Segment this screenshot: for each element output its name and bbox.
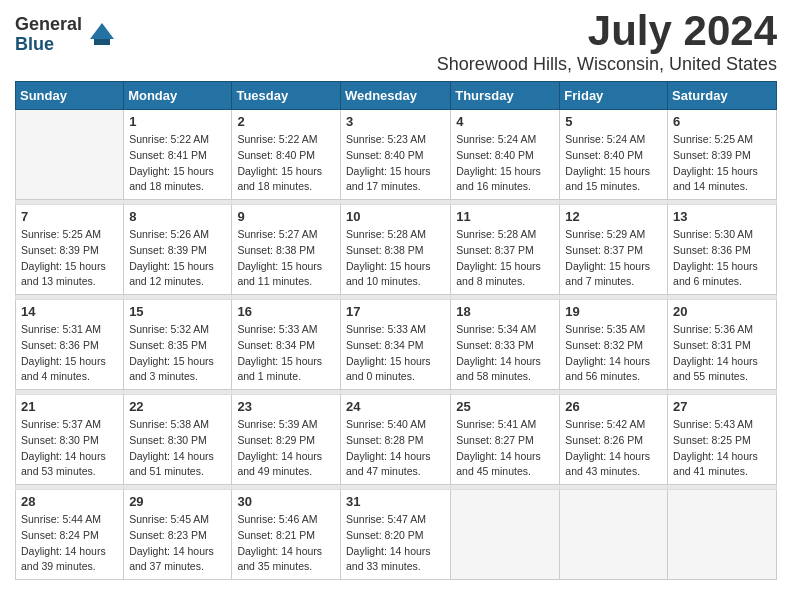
day-cell: 24Sunrise: 5:40 AM Sunset: 8:28 PM Dayli…	[340, 395, 450, 485]
day-number: 23	[237, 399, 335, 414]
day-info: Sunrise: 5:24 AM Sunset: 8:40 PM Dayligh…	[456, 132, 554, 195]
day-cell: 7Sunrise: 5:25 AM Sunset: 8:39 PM Daylig…	[16, 205, 124, 295]
day-number: 29	[129, 494, 226, 509]
logo-general: General	[15, 15, 82, 35]
day-info: Sunrise: 5:37 AM Sunset: 8:30 PM Dayligh…	[21, 417, 118, 480]
week-row-2: 7Sunrise: 5:25 AM Sunset: 8:39 PM Daylig…	[16, 205, 777, 295]
day-number: 11	[456, 209, 554, 224]
day-info: Sunrise: 5:35 AM Sunset: 8:32 PM Dayligh…	[565, 322, 662, 385]
header: General Blue July 2024 Shorewood Hills, …	[15, 10, 777, 75]
week-row-4: 21Sunrise: 5:37 AM Sunset: 8:30 PM Dayli…	[16, 395, 777, 485]
title-area: July 2024 Shorewood Hills, Wisconsin, Un…	[437, 10, 777, 75]
day-info: Sunrise: 5:36 AM Sunset: 8:31 PM Dayligh…	[673, 322, 771, 385]
logo: General Blue	[15, 15, 118, 55]
day-info: Sunrise: 5:41 AM Sunset: 8:27 PM Dayligh…	[456, 417, 554, 480]
day-number: 15	[129, 304, 226, 319]
day-number: 16	[237, 304, 335, 319]
day-number: 1	[129, 114, 226, 129]
day-info: Sunrise: 5:28 AM Sunset: 8:37 PM Dayligh…	[456, 227, 554, 290]
day-info: Sunrise: 5:44 AM Sunset: 8:24 PM Dayligh…	[21, 512, 118, 575]
day-info: Sunrise: 5:31 AM Sunset: 8:36 PM Dayligh…	[21, 322, 118, 385]
day-info: Sunrise: 5:30 AM Sunset: 8:36 PM Dayligh…	[673, 227, 771, 290]
svg-rect-1	[94, 39, 110, 45]
day-cell: 15Sunrise: 5:32 AM Sunset: 8:35 PM Dayli…	[124, 300, 232, 390]
day-info: Sunrise: 5:27 AM Sunset: 8:38 PM Dayligh…	[237, 227, 335, 290]
calendar-table: SundayMondayTuesdayWednesdayThursdayFrid…	[15, 81, 777, 580]
day-info: Sunrise: 5:23 AM Sunset: 8:40 PM Dayligh…	[346, 132, 445, 195]
day-cell: 6Sunrise: 5:25 AM Sunset: 8:39 PM Daylig…	[668, 110, 777, 200]
day-cell: 11Sunrise: 5:28 AM Sunset: 8:37 PM Dayli…	[451, 205, 560, 295]
day-cell: 8Sunrise: 5:26 AM Sunset: 8:39 PM Daylig…	[124, 205, 232, 295]
day-cell: 27Sunrise: 5:43 AM Sunset: 8:25 PM Dayli…	[668, 395, 777, 485]
week-row-3: 14Sunrise: 5:31 AM Sunset: 8:36 PM Dayli…	[16, 300, 777, 390]
day-cell	[451, 490, 560, 580]
day-cell	[16, 110, 124, 200]
day-cell: 10Sunrise: 5:28 AM Sunset: 8:38 PM Dayli…	[340, 205, 450, 295]
day-info: Sunrise: 5:26 AM Sunset: 8:39 PM Dayligh…	[129, 227, 226, 290]
day-cell: 21Sunrise: 5:37 AM Sunset: 8:30 PM Dayli…	[16, 395, 124, 485]
day-cell: 2Sunrise: 5:22 AM Sunset: 8:40 PM Daylig…	[232, 110, 341, 200]
header-cell-sunday: Sunday	[16, 82, 124, 110]
day-number: 22	[129, 399, 226, 414]
day-info: Sunrise: 5:34 AM Sunset: 8:33 PM Dayligh…	[456, 322, 554, 385]
day-number: 27	[673, 399, 771, 414]
day-cell: 3Sunrise: 5:23 AM Sunset: 8:40 PM Daylig…	[340, 110, 450, 200]
day-number: 24	[346, 399, 445, 414]
day-cell: 18Sunrise: 5:34 AM Sunset: 8:33 PM Dayli…	[451, 300, 560, 390]
day-number: 13	[673, 209, 771, 224]
day-cell: 25Sunrise: 5:41 AM Sunset: 8:27 PM Dayli…	[451, 395, 560, 485]
day-number: 5	[565, 114, 662, 129]
day-number: 12	[565, 209, 662, 224]
header-cell-tuesday: Tuesday	[232, 82, 341, 110]
day-cell: 4Sunrise: 5:24 AM Sunset: 8:40 PM Daylig…	[451, 110, 560, 200]
day-info: Sunrise: 5:28 AM Sunset: 8:38 PM Dayligh…	[346, 227, 445, 290]
day-cell: 16Sunrise: 5:33 AM Sunset: 8:34 PM Dayli…	[232, 300, 341, 390]
day-number: 9	[237, 209, 335, 224]
day-info: Sunrise: 5:24 AM Sunset: 8:40 PM Dayligh…	[565, 132, 662, 195]
day-cell: 14Sunrise: 5:31 AM Sunset: 8:36 PM Dayli…	[16, 300, 124, 390]
day-info: Sunrise: 5:25 AM Sunset: 8:39 PM Dayligh…	[21, 227, 118, 290]
day-number: 10	[346, 209, 445, 224]
week-row-5: 28Sunrise: 5:44 AM Sunset: 8:24 PM Dayli…	[16, 490, 777, 580]
day-number: 19	[565, 304, 662, 319]
logo-blue: Blue	[15, 35, 82, 55]
month-title: July 2024	[437, 10, 777, 52]
day-number: 2	[237, 114, 335, 129]
logo-icon	[86, 19, 118, 51]
day-cell	[668, 490, 777, 580]
day-number: 30	[237, 494, 335, 509]
day-number: 21	[21, 399, 118, 414]
day-cell: 31Sunrise: 5:47 AM Sunset: 8:20 PM Dayli…	[340, 490, 450, 580]
day-info: Sunrise: 5:47 AM Sunset: 8:20 PM Dayligh…	[346, 512, 445, 575]
day-cell: 22Sunrise: 5:38 AM Sunset: 8:30 PM Dayli…	[124, 395, 232, 485]
day-cell: 29Sunrise: 5:45 AM Sunset: 8:23 PM Dayli…	[124, 490, 232, 580]
day-info: Sunrise: 5:43 AM Sunset: 8:25 PM Dayligh…	[673, 417, 771, 480]
day-info: Sunrise: 5:42 AM Sunset: 8:26 PM Dayligh…	[565, 417, 662, 480]
day-cell: 12Sunrise: 5:29 AM Sunset: 8:37 PM Dayli…	[560, 205, 668, 295]
day-number: 7	[21, 209, 118, 224]
day-info: Sunrise: 5:22 AM Sunset: 8:40 PM Dayligh…	[237, 132, 335, 195]
day-number: 26	[565, 399, 662, 414]
day-number: 18	[456, 304, 554, 319]
header-cell-wednesday: Wednesday	[340, 82, 450, 110]
day-info: Sunrise: 5:39 AM Sunset: 8:29 PM Dayligh…	[237, 417, 335, 480]
day-info: Sunrise: 5:22 AM Sunset: 8:41 PM Dayligh…	[129, 132, 226, 195]
day-cell: 17Sunrise: 5:33 AM Sunset: 8:34 PM Dayli…	[340, 300, 450, 390]
header-cell-friday: Friday	[560, 82, 668, 110]
day-cell: 1Sunrise: 5:22 AM Sunset: 8:41 PM Daylig…	[124, 110, 232, 200]
day-number: 20	[673, 304, 771, 319]
day-number: 31	[346, 494, 445, 509]
header-cell-monday: Monday	[124, 82, 232, 110]
day-info: Sunrise: 5:33 AM Sunset: 8:34 PM Dayligh…	[346, 322, 445, 385]
day-cell	[560, 490, 668, 580]
day-number: 3	[346, 114, 445, 129]
day-info: Sunrise: 5:40 AM Sunset: 8:28 PM Dayligh…	[346, 417, 445, 480]
day-cell: 30Sunrise: 5:46 AM Sunset: 8:21 PM Dayli…	[232, 490, 341, 580]
day-info: Sunrise: 5:46 AM Sunset: 8:21 PM Dayligh…	[237, 512, 335, 575]
day-cell: 9Sunrise: 5:27 AM Sunset: 8:38 PM Daylig…	[232, 205, 341, 295]
header-cell-saturday: Saturday	[668, 82, 777, 110]
day-info: Sunrise: 5:33 AM Sunset: 8:34 PM Dayligh…	[237, 322, 335, 385]
day-number: 17	[346, 304, 445, 319]
day-cell: 26Sunrise: 5:42 AM Sunset: 8:26 PM Dayli…	[560, 395, 668, 485]
header-cell-thursday: Thursday	[451, 82, 560, 110]
